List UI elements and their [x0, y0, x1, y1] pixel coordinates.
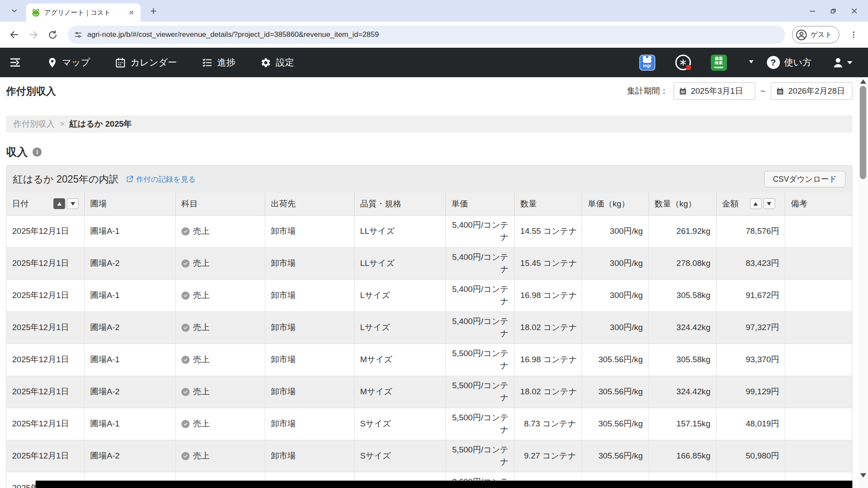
cell-field: 圃場A-2: [85, 311, 176, 344]
cell-unit-price: 5,500円/コンテナ: [446, 344, 515, 376]
sort-date-desc-button[interactable]: [67, 198, 79, 209]
table-header-row: 日付 圃場 科目 出荷先 品質・規格 単価 数量: [7, 193, 852, 215]
card-header: 紅はるか 2025年の内訳 作付の記録を見る CSVダウンロード: [7, 166, 852, 193]
help-button[interactable]: 使い方: [767, 56, 812, 69]
bottom-black-bar: [36, 481, 852, 488]
caret-down-icon: [847, 61, 852, 64]
rice-app-icon[interactable]: [675, 55, 691, 70]
hamburger-arrow-icon: [9, 56, 22, 69]
cell-note: [785, 376, 852, 408]
nav-item-progress[interactable]: 進捗: [202, 56, 235, 69]
window-minimize-button[interactable]: [802, 2, 823, 20]
cell-quantity-kg: 305.58kg: [649, 344, 717, 376]
cell-destination: 卸市場: [265, 247, 355, 279]
tab-search-button[interactable]: [7, 3, 22, 18]
card-title: 紅はるか 2025年の内訳: [13, 173, 119, 186]
tab-close-icon[interactable]: [127, 8, 136, 17]
scroll-down-arrow[interactable]: [860, 473, 866, 478]
period-from-input[interactable]: 2025年3月1日: [674, 82, 755, 100]
frog-glyph: [643, 58, 651, 63]
site-settings-icon[interactable]: [74, 30, 82, 39]
cell-amount: 97,327円: [716, 311, 785, 344]
calendar-icon: [776, 87, 784, 95]
browser-menu-button[interactable]: [845, 26, 862, 43]
cell-note: [785, 440, 852, 472]
page-header: 作付別収入 集計期間： 2025年3月1日 ~ 2026年2月28日: [6, 77, 852, 105]
csv-download-button[interactable]: CSVダウンロード: [764, 171, 845, 187]
breadcrumb-parent-link[interactable]: 作付別収入: [13, 118, 55, 130]
period-to-input[interactable]: 2026年2月28日: [771, 82, 852, 100]
page-title: 作付別収入: [6, 85, 56, 98]
window-restore-button[interactable]: [823, 2, 844, 20]
pesticide-search-icon[interactable]: 農薬 検索: [711, 55, 727, 71]
browser-tab[interactable]: アグリノート｜コスト: [26, 3, 141, 22]
cell-amount: 91,672円: [716, 279, 785, 311]
book-base: [714, 66, 723, 68]
window-controls: [802, 0, 865, 22]
cell-destination: 卸市場: [265, 215, 355, 247]
cell-destination: 卸市場: [265, 311, 355, 344]
breadcrumb: 作付別収入 > 紅はるか 2025年: [6, 115, 852, 133]
cell-quantity: 8.73 コンテナ: [514, 408, 582, 440]
check-circle-icon: [181, 227, 190, 236]
book-label-2: 検索: [715, 61, 723, 66]
nav-label-settings: 設定: [276, 56, 294, 69]
cell-unit-price: 5,400円/コンテナ: [446, 215, 515, 247]
menu-toggle-button[interactable]: [9, 56, 22, 69]
nav-item-map[interactable]: マップ: [47, 56, 90, 69]
category-label: 売上: [193, 290, 210, 301]
cell-unit-price: 5,400円/コンテナ: [446, 311, 515, 344]
address-bar[interactable]: agri-note.jp/b/#/cost_viewer/revenue_det…: [68, 26, 785, 44]
cell-destination: 卸市場: [265, 408, 355, 440]
nav-item-settings[interactable]: 設定: [260, 56, 294, 69]
scrollbar-thumb[interactable]: [860, 86, 866, 179]
back-button[interactable]: [6, 26, 23, 43]
app-navbar: マップ カレンダー 進捗 設定 mgr: [0, 48, 868, 77]
scroll-up-arrow[interactable]: [860, 79, 866, 84]
breadcrumb-current: 紅はるか 2025年: [69, 118, 132, 130]
checklist-icon: [202, 57, 213, 68]
cell-quantity-kg: 305.58kg: [649, 279, 717, 311]
category-label: 売上: [193, 450, 210, 462]
table-row: 2025年12月1日 圃場A-2 売上 卸市場 LLサイズ 5,400円/コンテ…: [7, 247, 852, 279]
info-icon[interactable]: [33, 147, 42, 157]
cell-category: 売上: [175, 440, 265, 472]
check-circle-icon: [181, 324, 190, 332]
cell-category: 売上: [175, 311, 265, 344]
agrinote-manager-icon[interactable]: mgr: [639, 55, 655, 71]
nav-item-calendar[interactable]: カレンダー: [115, 56, 177, 69]
user-menu-button[interactable]: [832, 56, 852, 69]
cell-quantity: 15.45 コンテナ: [514, 247, 582, 279]
col-header-note: 備考: [785, 193, 852, 215]
sort-amount-asc-button[interactable]: [750, 198, 762, 209]
category-label: 売上: [193, 418, 210, 429]
view-records-link[interactable]: 作付の記録を見る: [126, 174, 196, 184]
reload-button[interactable]: [44, 26, 61, 43]
calendar-icon: [115, 57, 126, 68]
cell-field: 圃場A-2: [85, 247, 176, 279]
cell-grade: Lサイズ: [354, 311, 446, 344]
forward-button[interactable]: [25, 26, 42, 43]
category-label: 売上: [193, 258, 210, 269]
new-tab-button[interactable]: [147, 4, 160, 17]
external-link-icon: [126, 175, 134, 183]
view-records-label: 作付の記録を見る: [136, 174, 196, 184]
cell-quantity-kg: 324.42kg: [649, 376, 717, 408]
cell-date: 2025年12月1日: [7, 344, 85, 376]
profile-button[interactable]: ゲスト: [792, 26, 839, 43]
col-header-field: 圃場: [85, 193, 176, 215]
check-circle-icon: [181, 420, 190, 428]
revenue-detail-card: 紅はるか 2025年の内訳 作付の記録を見る CSVダウンロード 日付: [6, 165, 852, 488]
period-picker: 集計期間： 2025年3月1日 ~ 2026年2月28日: [627, 82, 852, 100]
sort-date-asc-button[interactable]: [53, 198, 65, 209]
sort-amount-desc-button[interactable]: [763, 198, 775, 209]
cell-quantity-kg: 261.92kg: [649, 215, 717, 247]
cell-category: 売上: [175, 408, 265, 440]
gear-icon: [260, 57, 271, 68]
vertical-scrollbar[interactable]: [858, 77, 868, 488]
window-close-button[interactable]: [844, 2, 865, 20]
cell-quantity-kg: 324.42kg: [649, 311, 717, 344]
profile-avatar-icon: [796, 29, 807, 41]
cell-unit-price-kg: 305.56円/kg: [582, 376, 649, 408]
cell-field: 圃場A-1: [85, 279, 176, 311]
